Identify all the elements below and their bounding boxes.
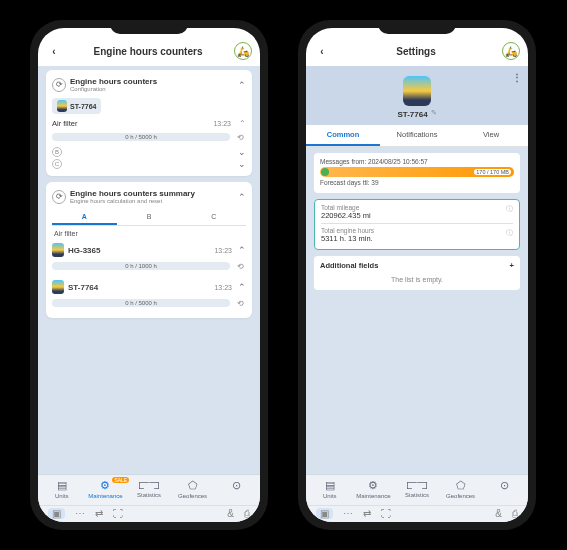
chevron-up-icon: ⌃ xyxy=(239,119,246,128)
chevron-down-icon[interactable]: ⌄ xyxy=(238,147,246,157)
secondary-nav-item[interactable]: ⇄ xyxy=(363,508,371,519)
info-icon[interactable]: ⓘ xyxy=(506,204,513,214)
header-avatar-icon[interactable]: 🛵 xyxy=(234,42,252,60)
nav-more[interactable]: ⊙ xyxy=(214,479,258,499)
tab-a[interactable]: A xyxy=(52,210,117,225)
nav-units[interactable]: ▤Units xyxy=(40,479,84,499)
maintenance-icon: ⚙ xyxy=(368,479,378,492)
secondary-nav-item[interactable]: ⇄ xyxy=(95,508,103,519)
page-title: Settings xyxy=(330,46,502,57)
scooter-icon xyxy=(57,100,67,112)
units-icon: ▤ xyxy=(325,479,335,492)
settings-content: Messages from: 2024/08/25 10:56:57 170 /… xyxy=(306,147,528,474)
tab-common[interactable]: Common xyxy=(306,125,380,146)
unit-badge[interactable]: ST-7764 xyxy=(52,98,101,114)
phone-notch xyxy=(378,20,456,34)
hours-value: 5311 h. 13 min. xyxy=(321,234,513,243)
progress-row: 0 h / 5000 h ⟲ xyxy=(52,131,246,143)
refresh-icon[interactable]: ⟲ xyxy=(234,297,246,309)
back-icon[interactable]: ‹ xyxy=(314,46,330,57)
section-label: Air filter xyxy=(54,230,246,237)
bottom-nav: ▤Units ⚙Maintenance ⫍⫎Statistics ⬠Geofen… xyxy=(306,474,528,505)
section-b-icon[interactable]: B xyxy=(52,147,62,157)
phone-left: ‹ Engine hours counters 🛵 ⟳ Engine hours… xyxy=(30,20,268,530)
forecast-label: Forecast days ttl: 39 xyxy=(320,179,514,186)
unit-name: ST-7764 xyxy=(397,110,427,119)
nav-more[interactable]: ⊙ xyxy=(482,479,526,499)
chevron-down-icon[interactable]: ⌄ xyxy=(238,159,246,169)
refresh-icon[interactable]: ⟲ xyxy=(234,131,246,143)
chevron-up-icon[interactable]: ⌃ xyxy=(238,80,246,90)
refresh-icon[interactable]: ⟲ xyxy=(234,260,246,272)
hours-label: Total engine hours xyxy=(321,227,513,234)
header-avatar-icon[interactable]: 🛵 xyxy=(502,42,520,60)
nav-geofences[interactable]: ⬠Geofences xyxy=(171,479,215,499)
geofences-icon: ⬠ xyxy=(456,479,466,492)
secondary-nav-item[interactable]: ▣ xyxy=(48,508,65,519)
summary-card: ⟳ Engine hours counters summary Engine h… xyxy=(46,182,252,318)
phone-right: ‹ Settings 🛵 ⋮ ST-7764 ✎ Common Notifica… xyxy=(298,20,536,530)
mic-icon[interactable]: ⎙ xyxy=(512,508,518,519)
nav-maintenance[interactable]: ⚙Maintenance xyxy=(352,479,396,499)
scroll-content: ⟳ Engine hours counters Configuration ⌃ … xyxy=(38,66,260,474)
card-header-text: Engine hours counters Configuration xyxy=(70,77,234,92)
secondary-nav-item[interactable]: & xyxy=(495,508,502,519)
chevron-up-icon[interactable]: ⌃ xyxy=(238,192,246,202)
phone-notch xyxy=(110,20,188,34)
nav-statistics[interactable]: ⫍⫎Statistics xyxy=(127,479,171,499)
add-icon[interactable]: + xyxy=(510,261,514,270)
bottom-nav: ▤Units ⚙MaintenanceSALE ⫍⫎Statistics ⬠Ge… xyxy=(38,474,260,505)
metrics-box: ⓘ Total mileage 220962.435 mi ⓘ Total en… xyxy=(314,199,520,250)
tab-notifications[interactable]: Notifications xyxy=(380,125,454,146)
mileage-label: Total mileage xyxy=(321,204,513,211)
summary-tabs: A B C xyxy=(52,210,246,226)
progress-bar: 0 h / 5000 h xyxy=(52,299,230,307)
info-icon[interactable]: ⓘ xyxy=(506,228,513,238)
nav-maintenance[interactable]: ⚙MaintenanceSALE xyxy=(84,479,128,499)
section-c-icon[interactable]: C xyxy=(52,159,62,169)
geofences-icon: ⬠ xyxy=(188,479,198,492)
nav-geofences[interactable]: ⬠Geofences xyxy=(439,479,483,499)
screen: ‹ Engine hours counters 🛵 ⟳ Engine hours… xyxy=(38,28,260,522)
secondary-nav-item[interactable]: ⋯ xyxy=(75,508,85,519)
more-icon: ⊙ xyxy=(500,479,509,492)
screen: ‹ Settings 🛵 ⋮ ST-7764 ✎ Common Notifica… xyxy=(306,28,528,522)
scooter-icon xyxy=(52,280,64,294)
empty-text: The list is empty. xyxy=(320,270,514,285)
mic-icon[interactable]: ⎙ xyxy=(244,508,250,519)
card-header[interactable]: ⟳ Engine hours counters Configuration ⌃ xyxy=(52,75,246,96)
tab-c[interactable]: C xyxy=(181,210,246,225)
messages-label: Messages from: 2024/08/25 10:56:57 xyxy=(320,158,514,165)
secondary-nav-item[interactable]: ⛶ xyxy=(113,508,123,519)
maintenance-icon: ⚙ xyxy=(100,479,110,492)
section-title: Additional fields xyxy=(320,261,378,270)
secondary-nav-item[interactable]: ⛶ xyxy=(381,508,391,519)
maintenance-item[interactable]: Air filter 13:23 ⌃ xyxy=(52,116,246,129)
divider xyxy=(321,223,513,224)
unit-profile: ⋮ ST-7764 ✎ xyxy=(306,66,528,125)
list-item[interactable]: HG-3365 13:23 ⌃ xyxy=(52,239,246,258)
nav-statistics[interactable]: ⫍⫎Statistics xyxy=(395,479,439,499)
config-card: ⟳ Engine hours counters Configuration ⌃ … xyxy=(46,70,252,176)
messages-box: Messages from: 2024/08/25 10:56:57 170 /… xyxy=(314,153,520,193)
list-item[interactable]: ST-7764 13:23 ⌃ xyxy=(52,276,246,295)
secondary-nav-item[interactable]: & xyxy=(227,508,234,519)
secondary-nav-item[interactable]: ⋯ xyxy=(343,508,353,519)
kebab-menu-icon[interactable]: ⋮ xyxy=(512,72,522,83)
nav-units[interactable]: ▤Units xyxy=(308,479,352,499)
counter-icon: ⟳ xyxy=(52,78,66,92)
tab-b[interactable]: B xyxy=(117,210,182,225)
page-title: Engine hours counters xyxy=(62,46,234,57)
back-icon[interactable]: ‹ xyxy=(46,46,62,57)
edit-icon[interactable]: ✎ xyxy=(431,109,437,117)
statistics-icon: ⫍⫎ xyxy=(138,479,160,491)
scooter-icon xyxy=(52,243,64,257)
statistics-icon: ⫍⫎ xyxy=(406,479,428,491)
secondary-nav-item[interactable]: ▣ xyxy=(316,508,333,519)
progress-bar: 0 h / 5000 h xyxy=(52,133,230,141)
more-icon: ⊙ xyxy=(232,479,241,492)
mileage-value: 220962.435 mi xyxy=(321,211,513,220)
tab-view[interactable]: View xyxy=(454,125,528,146)
card-header[interactable]: ⟳ Engine hours counters summary Engine h… xyxy=(52,187,246,208)
additional-fields: Additional fields + The list is empty. xyxy=(314,256,520,290)
